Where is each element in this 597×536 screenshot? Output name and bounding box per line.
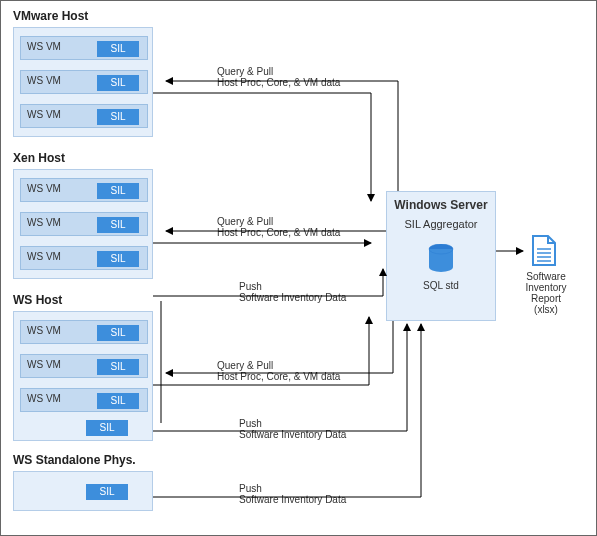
sil-tag: SIL <box>97 183 139 199</box>
ws-standalone-title: WS Standalone Phys. <box>13 453 136 467</box>
sil-tag: SIL <box>97 325 139 341</box>
edge-sub: Host Proc, Core, & VM data <box>217 371 340 382</box>
vm-row: WS VM SIL <box>20 70 148 94</box>
db-label: SQL std <box>387 280 495 291</box>
sil-tag-standalone: SIL <box>86 484 128 500</box>
sil-tag: SIL <box>97 75 139 91</box>
ws-standalone-group: SIL <box>13 471 153 511</box>
vm-label: WS VM <box>27 109 61 120</box>
vm-label: WS VM <box>27 75 61 86</box>
ws-host-group: WS VM SIL WS VM SIL WS VM SIL SIL <box>13 311 153 441</box>
vm-row: WS VM SIL <box>20 320 148 344</box>
xen-host-title: Xen Host <box>13 151 65 165</box>
windows-server-box: Windows Server SIL Aggregator SQL std <box>386 191 496 321</box>
edge-sub: Software Inventory Data <box>239 292 346 303</box>
server-subtitle: SIL Aggregator <box>387 218 495 230</box>
vm-label: WS VM <box>27 217 61 228</box>
edge-title: Query & Pull <box>217 66 340 77</box>
sil-tag-host: SIL <box>86 420 128 436</box>
edge-label-push-xen: Push Software Inventory Data <box>239 281 346 303</box>
report-line1: Software <box>511 271 581 282</box>
vm-row: WS VM SIL <box>20 104 148 128</box>
vm-row: WS VM SIL <box>20 388 148 412</box>
vm-row: WS VM SIL <box>20 354 148 378</box>
edge-label-query-vmware: Query & Pull Host Proc, Core, & VM data <box>217 66 340 88</box>
edge-label-query-xen: Query & Pull Host Proc, Core, & VM data <box>217 216 340 238</box>
edge-label-query-wshost: Query & Pull Host Proc, Core, & VM data <box>217 360 340 382</box>
sil-tag: SIL <box>97 217 139 233</box>
vm-label: WS VM <box>27 325 61 336</box>
edge-title: Push <box>239 418 346 429</box>
sil-tag: SIL <box>97 251 139 267</box>
server-title: Windows Server <box>387 198 495 212</box>
vm-label: WS VM <box>27 393 61 404</box>
report-line2: Inventory Report <box>511 282 581 304</box>
edge-sub: Host Proc, Core, & VM data <box>217 227 340 238</box>
vm-row: WS VM SIL <box>20 246 148 270</box>
vmware-host-title: VMware Host <box>13 9 88 23</box>
edge-title: Query & Pull <box>217 216 340 227</box>
vm-label: WS VM <box>27 359 61 370</box>
diagram-canvas: VMware Host WS VM SIL WS VM SIL WS VM SI… <box>0 0 597 536</box>
edge-sub: Software Inventory Data <box>239 494 346 505</box>
sil-tag: SIL <box>97 109 139 125</box>
sil-tag: SIL <box>97 41 139 57</box>
edge-label-push-standalone: Push Software Inventory Data <box>239 483 346 505</box>
ws-host-title: WS Host <box>13 293 62 307</box>
vm-label: WS VM <box>27 41 61 52</box>
report-line3: (xlsx) <box>511 304 581 315</box>
sil-tag: SIL <box>97 393 139 409</box>
vm-label: WS VM <box>27 251 61 262</box>
edge-sub: Software Inventory Data <box>239 429 346 440</box>
sil-tag: SIL <box>97 359 139 375</box>
edge-title: Push <box>239 281 346 292</box>
edge-label-push-wshost: Push Software Inventory Data <box>239 418 346 440</box>
edge-sub: Host Proc, Core, & VM data <box>217 77 340 88</box>
database-icon <box>428 244 454 276</box>
document-icon <box>531 235 557 269</box>
vm-row: WS VM SIL <box>20 36 148 60</box>
report-label: Software Inventory Report (xlsx) <box>511 271 581 315</box>
edge-title: Push <box>239 483 346 494</box>
vm-label: WS VM <box>27 183 61 194</box>
vm-row: WS VM SIL <box>20 178 148 202</box>
xen-host-group: WS VM SIL WS VM SIL WS VM SIL <box>13 169 153 279</box>
edge-title: Query & Pull <box>217 360 340 371</box>
vmware-host-group: WS VM SIL WS VM SIL WS VM SIL <box>13 27 153 137</box>
vm-row: WS VM SIL <box>20 212 148 236</box>
